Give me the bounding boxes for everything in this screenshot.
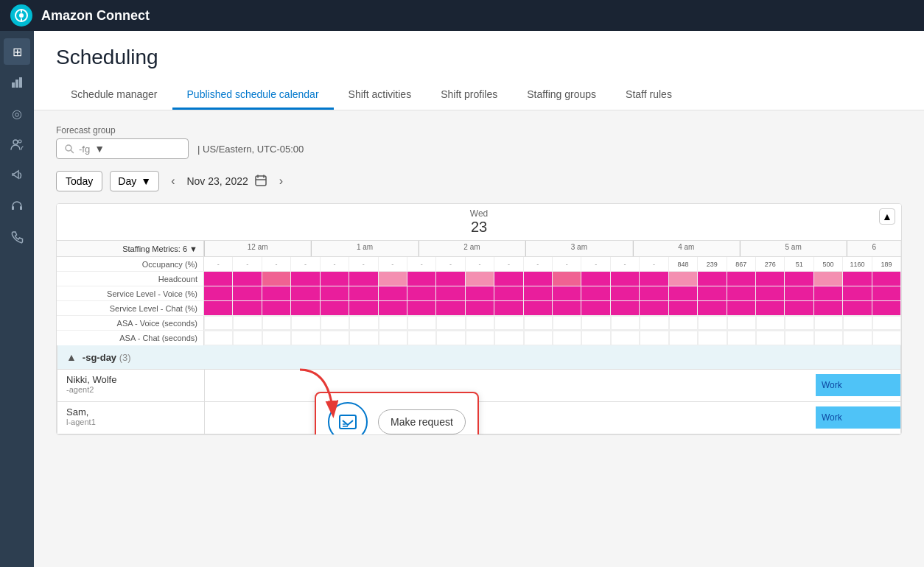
asa-c-cell — [436, 331, 465, 345]
main-content: Scheduling Schedule manager Published sc… — [34, 31, 924, 567]
asa-v-cell — [553, 316, 581, 330]
svg-rect-9 — [12, 206, 14, 210]
time-6am: 6 — [847, 241, 901, 256]
occ-cell: - — [407, 257, 436, 271]
slc-cell — [233, 301, 262, 315]
asa-v-cell — [843, 316, 872, 330]
slv-cell — [349, 286, 378, 300]
asa-c-cell — [872, 331, 901, 345]
search-icon — [64, 144, 74, 154]
hc-cell — [611, 272, 640, 286]
occ-1160: 1160 — [843, 257, 872, 271]
slv-cell — [814, 286, 843, 300]
slv-cell — [262, 286, 291, 300]
slv-cell — [407, 286, 436, 300]
hc-cell — [524, 272, 553, 286]
hc-cell — [466, 272, 494, 286]
forecast-group-select[interactable]: -fg ▼ — [56, 138, 189, 159]
view-mode-select[interactable]: Day ▼ — [110, 171, 159, 191]
sidebar-item-target[interactable]: ◎ — [4, 100, 30, 127]
asa-c-cell — [494, 331, 523, 345]
hc-cell — [843, 272, 872, 286]
asa-c-cell — [669, 331, 698, 345]
collapse-button[interactable]: ▲ — [879, 208, 895, 225]
tab-shift-profiles[interactable]: Shift profiles — [426, 81, 512, 110]
slv-cell — [494, 286, 523, 300]
day-header: Wed 23 ▲ — [57, 204, 901, 241]
tab-shift-activities[interactable]: Shift activities — [334, 81, 427, 110]
tab-schedule-manager[interactable]: Schedule manager — [56, 81, 172, 110]
svg-rect-5 — [15, 80, 18, 88]
service-level-voice-cells — [204, 286, 901, 300]
asa-v-cell — [204, 316, 233, 330]
asa-voice-row: ASA - Voice (seconds) — [57, 316, 901, 331]
sidebar: ⊞ ◎ — [0, 31, 34, 567]
day-number: 23 — [61, 219, 897, 236]
tab-staff-rules[interactable]: Staff rules — [611, 81, 687, 110]
calendar-picker-icon[interactable] — [254, 174, 267, 189]
hc-cell — [553, 272, 581, 286]
sidebar-item-grid[interactable]: ⊞ — [4, 38, 30, 65]
sg-expand-toggle[interactable]: ▲ — [66, 351, 77, 363]
occ-51: 51 — [785, 257, 813, 271]
work-block-1: Work — [816, 406, 900, 429]
filter-section: Forecast group -fg ▼ | US/Eastern, UTC-0… — [56, 125, 902, 159]
svg-rect-4 — [12, 82, 15, 88]
make-request-icon[interactable] — [328, 402, 368, 435]
occ-189: 189 — [872, 257, 901, 271]
make-request-button[interactable]: Make request — [378, 409, 466, 434]
occ-cell: - — [321, 257, 349, 271]
hc-cell — [756, 272, 785, 286]
asa-chat-label: ASA - Chat (seconds) — [57, 331, 204, 345]
sidebar-item-headset[interactable] — [4, 193, 30, 219]
slc-cell — [785, 301, 813, 315]
make-request-popup: Make request — [315, 392, 479, 435]
occ-cell: - — [581, 257, 610, 271]
asa-c-cell — [233, 331, 262, 345]
calendar-controls: Today Day ▼ ‹ Nov 23, 2022 — [56, 171, 902, 191]
tab-published-schedule-calendar[interactable]: Published schedule calendar — [172, 81, 334, 110]
occupancy-row: Occupancy (%) - - - - - - - - - - — [57, 257, 901, 272]
asa-c-cell — [756, 331, 785, 345]
slc-cell — [640, 301, 668, 315]
slv-cell — [843, 286, 872, 300]
tab-staffing-groups[interactable]: Staffing groups — [512, 81, 611, 110]
slc-cell — [669, 301, 698, 315]
metrics-toggle[interactable]: Staffing Metrics: 6 ▼ — [122, 244, 197, 253]
hc-cell — [436, 272, 465, 286]
occ-cell: - — [291, 257, 320, 271]
sidebar-item-chart[interactable] — [4, 69, 30, 96]
asa-v-cell — [756, 316, 785, 330]
occ-cell: - — [262, 257, 291, 271]
slc-cell — [466, 301, 494, 315]
sidebar-item-users[interactable] — [4, 131, 30, 158]
occ-cell: - — [436, 257, 465, 271]
slc-cell — [262, 301, 291, 315]
occupancy-label: Occupancy (%) — [57, 257, 204, 271]
agent-schedule-0: Work — [205, 370, 900, 401]
day-label: Day — [118, 175, 136, 187]
slc-cell — [524, 301, 553, 315]
asa-v-cell — [407, 316, 436, 330]
hc-cell — [407, 272, 436, 286]
service-level-chat-cells — [204, 301, 901, 315]
occ-848: 848 — [669, 257, 698, 271]
occ-cell: - — [524, 257, 553, 271]
today-button[interactable]: Today — [56, 171, 102, 191]
asa-c-cell — [466, 331, 494, 345]
content-area: Forecast group -fg ▼ | US/Eastern, UTC-0… — [34, 110, 924, 462]
hc-cell — [204, 272, 233, 286]
page-header: Scheduling Schedule manager Published sc… — [34, 31, 924, 110]
next-day-button[interactable]: › — [275, 172, 287, 191]
time-2am: 2 am — [419, 241, 525, 256]
agent-info-1: Sam, l-agent1 — [57, 402, 205, 434]
asa-c-cell — [698, 331, 727, 345]
sidebar-item-megaphone[interactable] — [4, 162, 30, 189]
occ-cell: - — [640, 257, 668, 271]
slv-cell — [233, 286, 262, 300]
agent-row-0: Nikki, Wolfe -agent2 Work — [57, 370, 901, 402]
asa-c-cell — [814, 331, 843, 345]
sidebar-item-phone[interactable] — [4, 224, 30, 250]
prev-day-button[interactable]: ‹ — [167, 172, 179, 191]
asa-c-cell — [581, 331, 610, 345]
